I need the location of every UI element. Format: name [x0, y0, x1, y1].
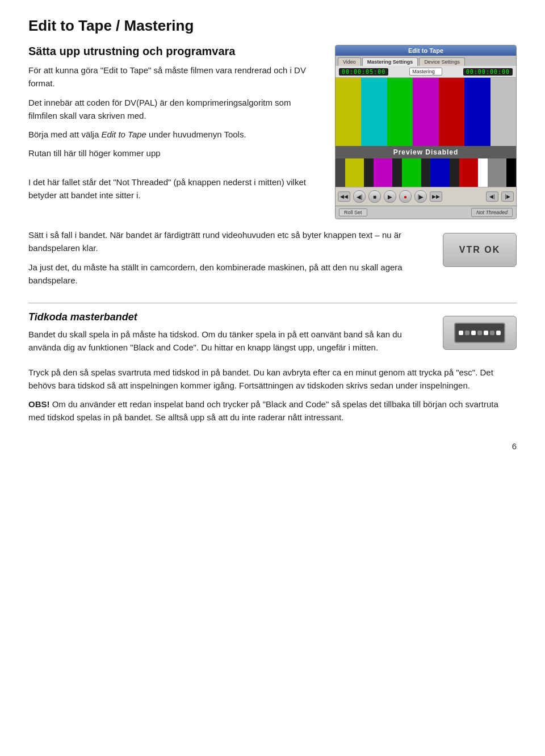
- ett-btn-stop[interactable]: ■: [368, 190, 381, 203]
- mid-section: Sätt i så fall i bandet. När bandet är f…: [28, 228, 517, 293]
- ett-btn-prev[interactable]: ◀|: [353, 190, 366, 203]
- ett-roll-set[interactable]: Roll Set: [339, 208, 367, 216]
- ett-status-bar: Roll Set Not Threaded: [336, 206, 516, 219]
- ett-transport-controls: ◀◀ ◀| ■ ▶ ● |▶ ▶▶ ◀| |▶: [336, 187, 516, 206]
- bc-dot-5: [484, 331, 488, 335]
- intro-p5: I det här fallet står det "Not Threaded"…: [28, 176, 321, 202]
- bc-dot-3: [471, 331, 476, 335]
- ett-btn-play[interactable]: ▶: [384, 190, 396, 203]
- mid-p7: Ja just det, du måste ha ställt in camco…: [28, 261, 429, 287]
- ett-btn-prev2[interactable]: ◀|: [486, 191, 498, 202]
- page-number: 6: [28, 441, 517, 451]
- black-code-inner: [454, 323, 505, 343]
- bc-dot-6: [490, 331, 494, 335]
- intro-p3-pre: Börja med att välja: [28, 130, 101, 139]
- ett-tab-mastering[interactable]: Mastering Settings: [362, 57, 418, 66]
- black-and-code-button[interactable]: [443, 316, 517, 350]
- ett-btn-rw[interactable]: ◀◀: [338, 191, 350, 202]
- tidkoda-section: Tidkoda masterbandet Bandet du skall spe…: [28, 311, 517, 360]
- bc-dot-4: [477, 331, 482, 335]
- obs-text: Om du använder ett redan inspelat band o…: [28, 399, 498, 422]
- bc-dot-2: [465, 331, 469, 335]
- colorbars-top: [336, 78, 516, 146]
- ett-timecode-left: 00:00:05:00: [339, 68, 388, 76]
- ett-btn-rec[interactable]: ●: [399, 190, 412, 203]
- ett-btn-ff[interactable]: ▶▶: [430, 191, 442, 202]
- mid-p6: Sätt i så fall i bandet. När bandet är f…: [28, 228, 429, 255]
- intro-p3-post: under huvudmenyn Tools.: [146, 130, 246, 139]
- tidkoda-p2: Tryck på den så spelas svartruta med tid…: [28, 366, 517, 392]
- vtr-ok-label: VTR OK: [459, 245, 500, 255]
- ett-toolbar: 00:00:05:00 Mastering 00:00:00:00: [336, 66, 516, 78]
- intro-p3: Börja med att välja Edit to Tape under h…: [28, 128, 321, 141]
- obs-label: OBS!: [28, 399, 50, 409]
- ett-dropdown[interactable]: Mastering: [409, 68, 442, 76]
- ett-tab-video[interactable]: Video: [338, 57, 361, 66]
- ett-not-threaded[interactable]: Not Threaded: [471, 208, 513, 217]
- ett-btn-next[interactable]: |▶: [414, 190, 427, 203]
- intro-p3-italic: Edit to Tape: [101, 130, 146, 139]
- intro-p4: Rutan till här till höger kommer upp: [28, 147, 321, 160]
- edit-to-tape-window: Edit to Tape Video Mastering Settings De…: [335, 45, 517, 219]
- ett-tab-device[interactable]: Device Settings: [419, 57, 465, 66]
- tidkoda-p1: Bandet du skall spela in på måste ha tid…: [28, 328, 429, 354]
- intro-p1: För att kunna göra "Edit to Tape" så mås…: [28, 64, 321, 90]
- obs-block: OBS! Om du använder ett redan inspelat b…: [28, 398, 517, 424]
- tidkoda-title: Tidkoda masterbandet: [28, 311, 429, 323]
- bc-dot-7: [496, 331, 501, 335]
- bc-dot-1: [459, 331, 463, 335]
- preview-disabled-label: Preview Disabled: [336, 146, 516, 158]
- ett-titlebar: Edit to Tape: [336, 45, 516, 56]
- intro-text-block: Sätta upp utrustning och programvara För…: [28, 45, 321, 219]
- mid-text-block: Sätt i så fall i bandet. När bandet är f…: [28, 228, 429, 293]
- tidkoda-text-block: Tidkoda masterbandet Bandet du skall spe…: [28, 311, 429, 360]
- section-divider: [28, 303, 517, 303]
- colorbars-bottom: [336, 158, 516, 187]
- ett-btn-next2[interactable]: |▶: [501, 191, 514, 202]
- ett-tabs: Video Mastering Settings Device Settings: [336, 56, 516, 66]
- vtr-ok-button[interactable]: VTR OK: [443, 233, 517, 267]
- section1-title: Sätta upp utrustning och programvara: [28, 45, 321, 58]
- page-title: Edit to Tape / Mastering: [28, 17, 517, 35]
- black-code-dots: [459, 331, 501, 335]
- intro-p2: Det innebär att coden för DV(PAL) är den…: [28, 96, 321, 123]
- ett-timecode-right: 00:00:00:00: [463, 68, 513, 76]
- obs-paragraph: OBS! Om du använder ett redan inspelat b…: [28, 398, 517, 424]
